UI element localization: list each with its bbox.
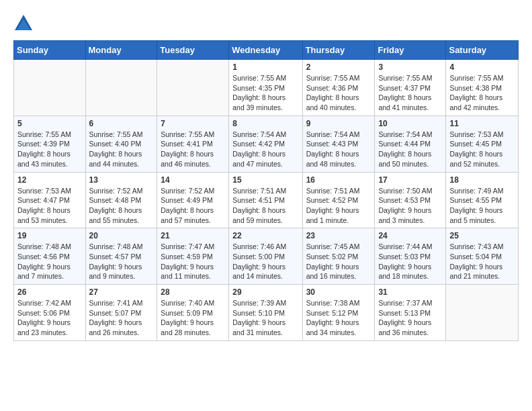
day-of-week-header: Tuesday [157, 41, 229, 60]
day-number: 19 [17, 231, 82, 240]
day-number: 4 [449, 62, 515, 72]
day-info: Sunrise: 7:46 AM Sunset: 5:00 PM Dayligh… [232, 242, 298, 281]
calendar-cell: 20Sunrise: 7:48 AM Sunset: 4:57 PM Dayli… [85, 228, 157, 285]
day-number: 16 [306, 175, 371, 185]
day-info: Sunrise: 7:54 AM Sunset: 4:42 PM Dayligh… [232, 130, 298, 169]
day-info: Sunrise: 7:52 AM Sunset: 4:48 PM Dayligh… [89, 186, 154, 226]
day-number: 27 [89, 287, 154, 297]
calendar-cell: 26Sunrise: 7:42 AM Sunset: 5:06 PM Dayli… [14, 285, 86, 341]
day-info: Sunrise: 7:38 AM Sunset: 5:12 PM Dayligh… [306, 298, 371, 338]
day-info: Sunrise: 7:48 AM Sunset: 4:57 PM Dayligh… [89, 242, 154, 281]
calendar-cell: 5Sunrise: 7:55 AM Sunset: 4:39 PM Daylig… [14, 116, 86, 172]
calendar-cell: 8Sunrise: 7:54 AM Sunset: 4:42 PM Daylig… [229, 116, 302, 172]
day-info: Sunrise: 7:52 AM Sunset: 4:49 PM Dayligh… [161, 186, 225, 226]
calendar-cell: 17Sunrise: 7:50 AM Sunset: 4:53 PM Dayli… [375, 172, 446, 228]
calendar-cell: 4Sunrise: 7:55 AM Sunset: 4:38 PM Daylig… [446, 60, 519, 116]
calendar-cell: 9Sunrise: 7:54 AM Sunset: 4:43 PM Daylig… [302, 116, 375, 172]
day-number: 26 [17, 287, 82, 297]
day-of-week-header: Friday [375, 41, 446, 60]
day-number: 11 [449, 119, 515, 128]
calendar-cell: 10Sunrise: 7:54 AM Sunset: 4:44 PM Dayli… [375, 116, 446, 172]
day-info: Sunrise: 7:54 AM Sunset: 4:43 PM Dayligh… [306, 130, 371, 169]
day-number: 10 [378, 119, 442, 128]
calendar-cell: 22Sunrise: 7:46 AM Sunset: 5:00 PM Dayli… [229, 228, 302, 285]
day-info: Sunrise: 7:47 AM Sunset: 4:59 PM Dayligh… [161, 242, 225, 281]
calendar-cell: 13Sunrise: 7:52 AM Sunset: 4:48 PM Dayli… [85, 172, 157, 228]
day-info: Sunrise: 7:55 AM Sunset: 4:41 PM Dayligh… [161, 130, 225, 169]
logo [13, 13, 36, 34]
calendar-cell: 27Sunrise: 7:41 AM Sunset: 5:07 PM Dayli… [85, 285, 157, 341]
calendar-cell: 31Sunrise: 7:37 AM Sunset: 5:13 PM Dayli… [375, 285, 446, 341]
day-info: Sunrise: 7:50 AM Sunset: 4:53 PM Dayligh… [378, 186, 442, 226]
day-info: Sunrise: 7:48 AM Sunset: 4:56 PM Dayligh… [17, 242, 82, 281]
day-number: 31 [378, 287, 442, 297]
day-info: Sunrise: 7:45 AM Sunset: 5:02 PM Dayligh… [306, 242, 371, 281]
calendar-week-row: 5Sunrise: 7:55 AM Sunset: 4:39 PM Daylig… [14, 116, 519, 172]
day-number: 21 [161, 231, 225, 240]
calendar-table: SundayMondayTuesdayWednesdayThursdayFrid… [13, 40, 519, 341]
day-info: Sunrise: 7:49 AM Sunset: 4:55 PM Dayligh… [449, 186, 515, 226]
day-info: Sunrise: 7:40 AM Sunset: 5:09 PM Dayligh… [161, 298, 225, 338]
day-number: 15 [232, 175, 298, 185]
day-number: 6 [89, 119, 154, 128]
day-number: 13 [89, 175, 154, 185]
calendar-cell: 25Sunrise: 7:43 AM Sunset: 5:04 PM Dayli… [446, 228, 519, 285]
calendar-cell: 7Sunrise: 7:55 AM Sunset: 4:41 PM Daylig… [157, 116, 229, 172]
calendar-header-row: SundayMondayTuesdayWednesdayThursdayFrid… [14, 41, 519, 60]
day-number: 23 [306, 231, 371, 240]
day-number: 2 [306, 62, 371, 72]
day-number: 25 [449, 231, 515, 240]
page-header [13, 13, 519, 34]
calendar-cell [14, 60, 86, 116]
day-info: Sunrise: 7:55 AM Sunset: 4:39 PM Dayligh… [17, 130, 82, 169]
day-number: 20 [89, 231, 154, 240]
calendar-cell: 1Sunrise: 7:55 AM Sunset: 4:35 PM Daylig… [229, 60, 302, 116]
day-info: Sunrise: 7:55 AM Sunset: 4:35 PM Dayligh… [232, 73, 298, 113]
calendar-cell: 15Sunrise: 7:51 AM Sunset: 4:51 PM Dayli… [229, 172, 302, 228]
day-of-week-header: Thursday [302, 41, 375, 60]
calendar-week-row: 26Sunrise: 7:42 AM Sunset: 5:06 PM Dayli… [14, 285, 519, 341]
day-number: 28 [161, 287, 225, 297]
day-of-week-header: Saturday [446, 41, 519, 60]
calendar-cell: 23Sunrise: 7:45 AM Sunset: 5:02 PM Dayli… [302, 228, 375, 285]
day-number: 9 [306, 119, 371, 128]
day-info: Sunrise: 7:51 AM Sunset: 4:52 PM Dayligh… [306, 186, 371, 226]
day-info: Sunrise: 7:54 AM Sunset: 4:44 PM Dayligh… [378, 130, 442, 169]
day-info: Sunrise: 7:55 AM Sunset: 4:38 PM Dayligh… [449, 73, 515, 113]
day-info: Sunrise: 7:53 AM Sunset: 4:45 PM Dayligh… [449, 130, 515, 169]
day-number: 5 [17, 119, 82, 128]
day-info: Sunrise: 7:53 AM Sunset: 4:47 PM Dayligh… [17, 186, 82, 226]
calendar-cell: 6Sunrise: 7:55 AM Sunset: 4:40 PM Daylig… [85, 116, 157, 172]
calendar-cell: 30Sunrise: 7:38 AM Sunset: 5:12 PM Dayli… [302, 285, 375, 341]
day-info: Sunrise: 7:55 AM Sunset: 4:37 PM Dayligh… [378, 73, 442, 113]
calendar-cell: 18Sunrise: 7:49 AM Sunset: 4:55 PM Dayli… [446, 172, 519, 228]
day-info: Sunrise: 7:44 AM Sunset: 5:03 PM Dayligh… [378, 242, 442, 281]
day-number: 30 [306, 287, 371, 297]
day-number: 1 [232, 62, 298, 72]
day-info: Sunrise: 7:55 AM Sunset: 4:40 PM Dayligh… [89, 130, 154, 169]
day-info: Sunrise: 7:43 AM Sunset: 5:04 PM Dayligh… [449, 242, 515, 281]
day-number: 24 [378, 231, 442, 240]
calendar-cell: 11Sunrise: 7:53 AM Sunset: 4:45 PM Dayli… [446, 116, 519, 172]
calendar-cell: 14Sunrise: 7:52 AM Sunset: 4:49 PM Dayli… [157, 172, 229, 228]
calendar-cell: 16Sunrise: 7:51 AM Sunset: 4:52 PM Dayli… [302, 172, 375, 228]
calendar-cell: 2Sunrise: 7:55 AM Sunset: 4:36 PM Daylig… [302, 60, 375, 116]
day-number: 17 [378, 175, 442, 185]
day-number: 3 [378, 62, 442, 72]
calendar-cell [446, 285, 519, 341]
calendar-cell: 28Sunrise: 7:40 AM Sunset: 5:09 PM Dayli… [157, 285, 229, 341]
day-number: 12 [17, 175, 82, 185]
day-number: 14 [161, 175, 225, 185]
logo-icon [13, 13, 34, 34]
day-of-week-header: Wednesday [229, 41, 302, 60]
calendar-cell: 12Sunrise: 7:53 AM Sunset: 4:47 PM Dayli… [14, 172, 86, 228]
calendar-cell: 3Sunrise: 7:55 AM Sunset: 4:37 PM Daylig… [375, 60, 446, 116]
calendar-cell: 24Sunrise: 7:44 AM Sunset: 5:03 PM Dayli… [375, 228, 446, 285]
day-info: Sunrise: 7:41 AM Sunset: 5:07 PM Dayligh… [89, 298, 154, 338]
day-of-week-header: Sunday [14, 41, 86, 60]
day-of-week-header: Monday [85, 41, 157, 60]
day-number: 7 [161, 119, 225, 128]
calendar-week-row: 19Sunrise: 7:48 AM Sunset: 4:56 PM Dayli… [14, 228, 519, 285]
day-info: Sunrise: 7:42 AM Sunset: 5:06 PM Dayligh… [17, 298, 82, 338]
day-info: Sunrise: 7:55 AM Sunset: 4:36 PM Dayligh… [306, 73, 371, 113]
